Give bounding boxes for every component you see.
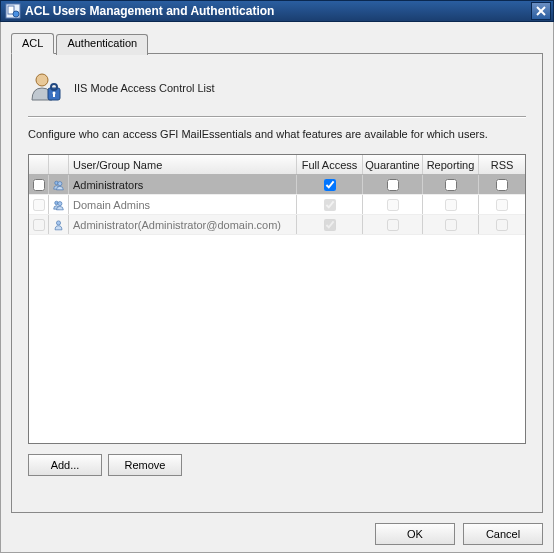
ok-button[interactable]: OK [375,523,455,545]
row-full-access-cell [297,215,363,234]
row-flag-checkbox[interactable] [33,219,45,231]
rss-checkbox[interactable] [496,179,508,191]
tab-acl[interactable]: ACL [11,33,54,54]
tab-panel-acl: IIS Mode Access Control List Configure w… [11,53,543,513]
client-area: ACL Authentication IIS Mode Access Contr… [0,22,554,553]
acl-table: User/Group Name Full Access Quarantine R… [28,154,526,444]
app-icon [5,3,21,19]
add-button-label: Add... [51,459,80,471]
remove-button-label: Remove [125,459,166,471]
row-full-access-cell [297,175,363,194]
full-access-checkbox[interactable] [324,219,336,231]
svg-point-2 [13,11,19,17]
col-full-access[interactable]: Full Access [297,155,363,174]
rss-checkbox[interactable] [496,219,508,231]
close-button[interactable] [531,2,551,20]
header-description: Configure who can access GFI MailEssenti… [28,128,526,140]
user-icon [49,215,69,234]
remove-button[interactable]: Remove [108,454,182,476]
row-quarantine-cell [363,195,423,214]
reporting-checkbox[interactable] [445,179,457,191]
acl-header-icon [28,70,64,106]
row-flag-checkbox[interactable] [33,199,45,211]
col-rss[interactable]: RSS [479,155,525,174]
col-reporting[interactable]: Reporting [423,155,479,174]
col-icon [49,155,69,174]
row-reporting-cell [423,195,479,214]
tab-strip: ACL Authentication [11,32,543,53]
ok-button-label: OK [407,528,423,540]
col-quarantine[interactable]: Quarantine [363,155,423,174]
rss-checkbox[interactable] [496,199,508,211]
svg-point-13 [58,201,62,205]
row-name: Administrator(Administrator@domain.com) [69,215,297,234]
full-access-checkbox[interactable] [324,179,336,191]
title-bar: ACL Users Management and Authentication [0,0,554,22]
row-flag-cell [29,175,49,194]
header-row: IIS Mode Access Control List [28,64,526,114]
tab-auth-label: Authentication [67,37,137,49]
row-flag-cell [29,215,49,234]
table-body: Administrators Domain Admins [29,175,525,443]
button-row: Add... Remove [28,454,526,476]
col-flag [29,155,49,174]
quarantine-checkbox[interactable] [387,219,399,231]
add-button[interactable]: Add... [28,454,102,476]
user-icon [49,195,69,214]
full-access-checkbox[interactable] [324,199,336,211]
table-row[interactable]: Domain Admins [29,195,525,215]
table-row[interactable]: Administrators [29,175,525,195]
row-flag-cell [29,195,49,214]
cancel-button-label: Cancel [486,528,520,540]
quarantine-checkbox[interactable] [387,179,399,191]
header-title: IIS Mode Access Control List [74,82,215,94]
table-row[interactable]: Administrator(Administrator@domain.com) [29,215,525,235]
user-icon [49,175,69,194]
window-title: ACL Users Management and Authentication [25,4,531,18]
row-flag-checkbox[interactable] [33,179,45,191]
svg-point-5 [36,74,48,86]
row-rss-cell [479,215,525,234]
row-name: Administrators [69,175,297,194]
dialog-footer: OK Cancel [11,513,543,545]
reporting-checkbox[interactable] [445,219,457,231]
row-rss-cell [479,195,525,214]
reporting-checkbox[interactable] [445,199,457,211]
table-header: User/Group Name Full Access Quarantine R… [29,155,525,175]
svg-point-11 [58,181,62,185]
tab-authentication[interactable]: Authentication [56,34,148,55]
row-reporting-cell [423,215,479,234]
tab-acl-label: ACL [22,37,43,49]
row-quarantine-cell [363,175,423,194]
row-full-access-cell [297,195,363,214]
col-name[interactable]: User/Group Name [69,155,297,174]
quarantine-checkbox[interactable] [387,199,399,211]
row-rss-cell [479,175,525,194]
svg-rect-9 [53,93,55,97]
svg-point-14 [56,220,60,224]
row-name: Domain Admins [69,195,297,214]
divider [28,116,526,118]
cancel-button[interactable]: Cancel [463,523,543,545]
row-quarantine-cell [363,215,423,234]
row-reporting-cell [423,175,479,194]
svg-rect-7 [51,84,57,90]
